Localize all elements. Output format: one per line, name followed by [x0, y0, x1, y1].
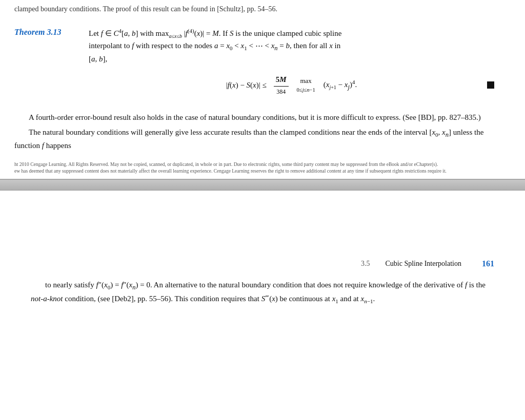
theorem-line2: interpolant to f with respect to the nod… — [89, 40, 494, 53]
section-number: 3.5 — [361, 260, 370, 268]
formula-max: max 0≤j≤n−1 — [297, 76, 315, 94]
copyright-notice: ht 2010 Cengage Learning. All Rights Res… — [14, 161, 494, 179]
copyright-line2: ew has deemed that any suppressed conten… — [14, 168, 494, 175]
page-number: 161 — [482, 259, 494, 268]
top-content: clamped boundary conditions. The proof o… — [0, 5, 525, 179]
bottom-page: 3.5 Cubic Spline Interpolation 161 to ne… — [0, 191, 525, 322]
copyright-line1: ht 2010 Cengage Learning. All Rights Res… — [14, 161, 494, 168]
bottom-spacer — [0, 191, 525, 257]
theorem-line1: Let f ∈ C4[a, b] with maxa≤x≤b |f(4)(x)|… — [89, 27, 494, 40]
theorem-block: Theorem 3.13 Let f ∈ C4[a, b] with maxa≤… — [14, 27, 494, 102]
top-page: clamped boundary conditions. The proof o… — [0, 0, 525, 179]
paragraph-2: The natural boundary conditions will gen… — [14, 127, 494, 152]
page-divider — [0, 179, 525, 191]
body-paragraphs: A fourth-order error-bound result also h… — [14, 112, 494, 152]
theorem-line3: [a, b], — [89, 53, 494, 65]
formula-container: |f(x) − S(x)| ≤ 5M 384 max 0≤j≤n−1 (xj+1… — [89, 74, 494, 96]
theorem-label: Theorem 3.13 — [14, 27, 89, 102]
qed-box — [487, 81, 494, 89]
paragraph-1: A fourth-order error-bound result also h… — [14, 112, 494, 123]
section-title: Cubic Spline Interpolation — [385, 260, 461, 268]
fraction-numerator: 5M — [274, 74, 289, 87]
formula-lhs: |f(x) − S(x)| ≤ — [226, 79, 267, 91]
bottom-paragraph: to nearly satisfy f″(x0) = f″(xn) = 0. A… — [31, 279, 494, 306]
theorem-body: Let f ∈ C4[a, b] with maxa≤x≤b |f(4)(x)|… — [89, 27, 494, 102]
fraction-denominator: 384 — [274, 87, 288, 96]
document-page: clamped boundary conditions. The proof o… — [0, 0, 525, 420]
formula-fraction: 5M 384 — [274, 74, 289, 96]
formula-rhs: (xj+1 − xj)4. — [324, 78, 357, 92]
page-footer: 3.5 Cubic Spline Interpolation 161 — [0, 257, 525, 272]
formula-inner: |f(x) − S(x)| ≤ 5M 384 max 0≤j≤n−1 (xj+1… — [226, 74, 357, 96]
bottom-content: to nearly satisfy f″(x0) = f″(xn) = 0. A… — [0, 272, 525, 322]
partial-text: clamped boundary conditions. The proof o… — [14, 5, 494, 17]
